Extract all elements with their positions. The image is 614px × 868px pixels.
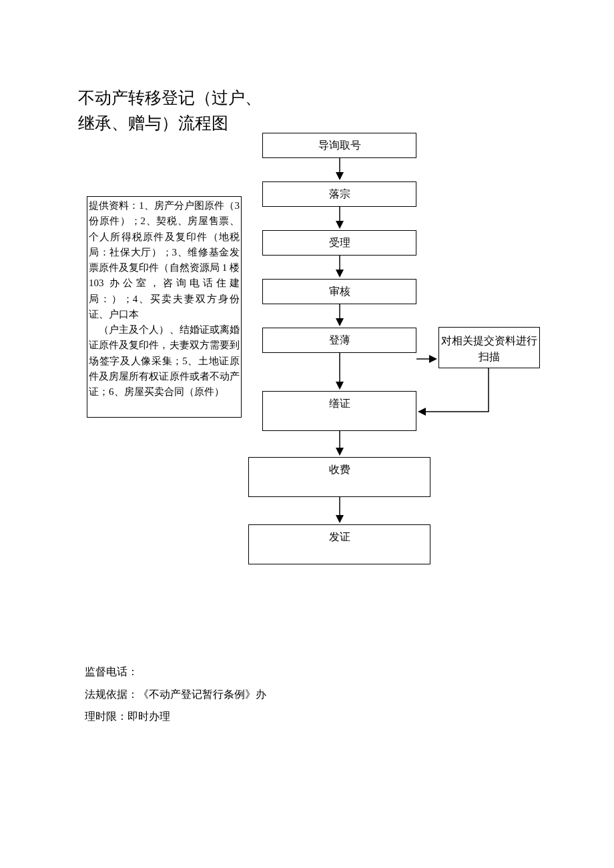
footer-phone: 监督电话： [85, 661, 266, 683]
arrow-1-2 [339, 158, 340, 181]
footer-time: 理时限：即时办理 [85, 705, 266, 728]
flow-step-6: 缮证 [262, 391, 416, 431]
flow-step-3: 受理 [262, 230, 416, 256]
arrow-7-8 [339, 497, 340, 524]
flow-step-8: 发证 [248, 524, 430, 564]
footer-law: 法规依据：《不动产登记暂行条例》办 [85, 683, 266, 706]
arrow-5-side [416, 358, 438, 360]
arrow-5-6 [339, 353, 340, 391]
flow-step-5: 登薄 [262, 328, 416, 353]
flow-step-4: 审核 [262, 279, 416, 304]
flow-side-scan: 对相关提交资料进行扫描 [438, 327, 540, 368]
flow-step-1: 导询取号 [262, 133, 416, 158]
arrow-6-7 [339, 431, 340, 457]
arrow-4-5 [339, 304, 340, 328]
arrow-2-3 [339, 207, 340, 230]
page-title: 不动产转移登记（过户、继承、赠与）流程图 [78, 85, 265, 135]
footer-info: 监督电话： 法规依据：《不动产登记暂行条例》办 理时限：即时办理 [85, 661, 266, 728]
flow-step-7: 收费 [248, 457, 430, 497]
arrow-side-6 [416, 368, 543, 415]
arrow-3-4 [339, 256, 340, 279]
flow-step-2: 落宗 [262, 181, 416, 207]
materials-box: 提供资料：1、房产分户图原件（3 份原件）；2、契税、房屋售票、个人所得税原件及… [87, 196, 242, 418]
